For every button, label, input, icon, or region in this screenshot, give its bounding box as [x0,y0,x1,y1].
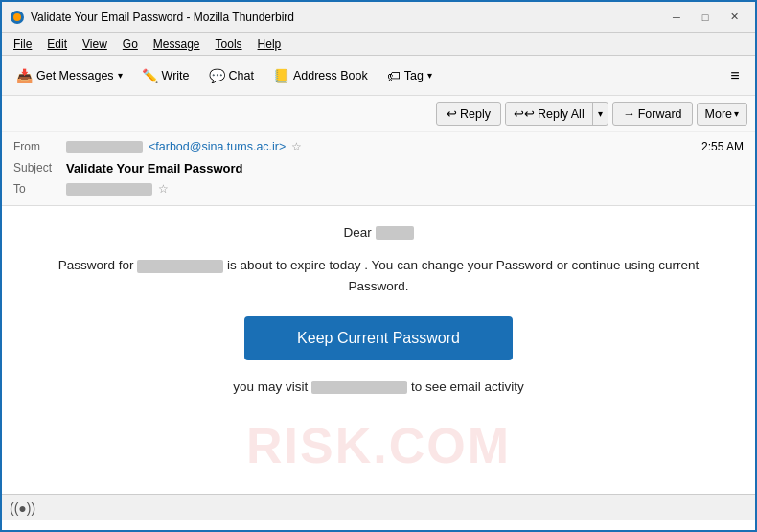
dear-text: Dear [343,225,371,240]
visit-link-blurred [311,381,407,394]
minimize-button[interactable]: ─ [663,7,690,28]
menu-edit[interactable]: Edit [39,35,75,53]
from-address[interactable]: <farbod@sina.tums.ac.ir> [149,140,286,153]
message-actions: ↩ Reply ↩↩ Reply All ▾ → Forward More ▾ [2,96,755,132]
subject-label: Subject [13,161,66,174]
svg-point-1 [13,13,21,21]
email-timestamp: 2:55 AM [701,140,744,153]
to-label: To [13,182,66,196]
more-label: More [705,107,732,121]
dear-name-blurred [376,226,414,240]
to-value: ☆ [66,182,169,196]
forward-button[interactable]: → Forward [612,102,693,126]
password-for-label: Password for [58,258,134,272]
visit-label: you may visit [233,380,308,394]
tag-icon: 🏷 [387,68,401,83]
get-messages-label: Get Messages [36,69,114,82]
visit-suffix: to see email activity [411,380,524,394]
chat-label: Chat [229,69,254,82]
from-name-blurred [66,141,143,153]
reply-icon: ↩ [447,106,457,121]
write-icon: ✏️ [142,68,158,83]
more-button[interactable]: More ▾ [697,103,747,126]
reply-all-icon: ↩↩ [514,106,535,121]
address-book-button[interactable]: 📒 Address Book [264,63,377,88]
menu-bar: File Edit View Go Message Tools Help [2,33,755,56]
email-visit-line: you may visit to see email activity [40,380,717,394]
menu-view[interactable]: View [75,35,115,53]
menu-file[interactable]: File [6,35,39,53]
address-book-icon: 📒 [273,68,289,83]
to-star-icon[interactable]: ☆ [158,182,169,196]
reply-all-arrow[interactable]: ▾ [593,104,608,123]
address-book-label: Address Book [293,69,368,82]
window-title: Validate Your Email Password - Mozilla T… [31,11,663,24]
chat-icon: 💬 [209,68,225,83]
maximize-button[interactable]: □ [692,7,719,28]
window-controls: ─ □ ✕ [663,7,747,28]
reply-all-button[interactable]: ↩↩ Reply All [506,103,593,125]
from-row: From <farbod@sina.tums.ac.ir> ☆ 2:55 AM [13,136,744,157]
get-messages-icon: 📥 [16,68,33,83]
chat-button[interactable]: 💬 Chat [200,63,263,88]
subject-text: Validate Your Email Password [66,161,242,175]
tag-label: Tag [404,69,424,82]
from-star-icon[interactable]: ☆ [291,140,302,153]
menu-message[interactable]: Message [146,35,208,53]
more-arrow: ▾ [734,108,739,119]
menu-tools[interactable]: Tools [208,35,250,53]
reply-button[interactable]: ↩ Reply [436,102,501,126]
write-label: Write [162,69,190,82]
get-messages-arrow[interactable]: ▾ [118,70,123,81]
status-bar: ((●)) [2,494,755,520]
to-name-blurred [66,183,152,196]
keep-password-button[interactable]: Keep Current Password [244,316,513,360]
write-button[interactable]: ✏️ Write [133,63,198,88]
reply-all-split-button: ↩↩ Reply All ▾ [505,102,608,126]
from-value: <farbod@sina.tums.ac.ir> ☆ [66,140,302,153]
reply-all-label: Reply All [538,107,585,121]
toolbar: 📥 Get Messages ▾ ✏️ Write 💬 Chat 📒 Addre… [2,56,755,96]
subject-value: Validate Your Email Password [66,161,242,175]
email-dear-line: Dear [40,225,717,240]
tag-button[interactable]: 🏷 Tag ▾ [378,63,441,88]
menu-go[interactable]: Go [115,35,146,53]
email-message-text: Password for is about to expire today . … [40,255,717,296]
forward-icon: → [623,106,635,121]
tag-arrow[interactable]: ▾ [427,70,432,81]
app-icon [10,10,25,25]
watermark: RISK.COM [246,417,511,474]
reply-label: Reply [460,107,491,121]
expire-text: is about to expire today . You can chang… [227,258,699,293]
hamburger-menu-button[interactable]: ≡ [721,61,749,90]
message-header: ↩ Reply ↩↩ Reply All ▾ → Forward More ▾ … [2,96,755,206]
forward-label: Forward [638,107,682,121]
subject-row: Subject Validate Your Email Password [13,157,744,178]
get-messages-button[interactable]: 📥 Get Messages ▾ [8,63,131,88]
message-fields: From <farbod@sina.tums.ac.ir> ☆ 2:55 AM … [2,132,755,205]
close-button[interactable]: ✕ [721,7,747,28]
password-account-blurred [137,260,223,273]
title-bar: Validate Your Email Password - Mozilla T… [2,2,755,33]
email-body: RISK.COM Dear Password for is about to e… [2,206,755,494]
to-row: To ☆ [13,178,744,199]
from-label: From [13,140,66,153]
security-status-icon: ((●)) [10,500,35,516]
menu-help[interactable]: Help [250,35,289,53]
